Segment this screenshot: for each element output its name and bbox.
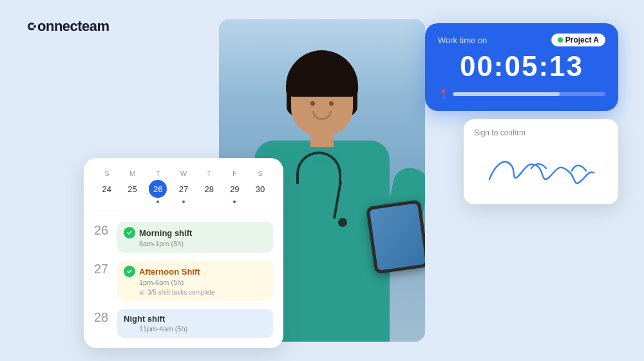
shift-row[interactable]: 28Night shift11pm-4am (5h) <box>84 305 283 342</box>
day-label: S <box>258 170 262 177</box>
logo: onnecteam <box>26 18 109 37</box>
signature-svg <box>474 144 608 195</box>
day-indicator-dot <box>182 200 185 203</box>
day-num[interactable]: 28 <box>200 180 218 198</box>
check-icon <box>124 227 135 239</box>
shift-date-num: 28 <box>94 310 111 325</box>
shift-list: 26Morning shift8am-1pm (5h)27Afternoon S… <box>84 211 283 348</box>
shift-date-num: 26 <box>94 223 111 238</box>
check-icon <box>124 266 135 277</box>
shift-card-header: Morning shift <box>124 227 267 239</box>
day-label: T <box>156 170 160 177</box>
work-time-header: Work time on Project A <box>438 34 605 46</box>
shift-card-header: Night shift <box>124 314 267 324</box>
week-calendar: S24M25T26W27T28F29S30 <box>84 170 283 211</box>
location-row: 📍 <box>438 89 605 99</box>
project-status-dot <box>558 37 563 43</box>
shift-time: 1pm-6pm (5h) <box>139 278 267 286</box>
shift-row[interactable]: 26Morning shift8am-1pm (5h) <box>84 218 283 257</box>
signature-area[interactable] <box>474 144 608 195</box>
work-time-card: Work time on Project A 00:05:13 📍 <box>425 23 618 111</box>
timer-display: 00:05:13 <box>438 50 605 83</box>
day-num[interactable]: 30 <box>251 180 269 198</box>
shift-row[interactable]: 27Afternoon Shift1pm-6pm (5h)◎3/5 shift … <box>84 257 283 305</box>
day-num[interactable]: 29 <box>225 180 243 198</box>
logo-text: onnecteam <box>37 18 109 35</box>
shift-tasks: ◎3/5 shift tasks complete <box>139 289 267 296</box>
shift-name: Night shift <box>124 314 165 324</box>
day-col: T26 <box>149 170 167 203</box>
day-label: F <box>232 170 237 177</box>
project-name: Project A <box>565 35 599 44</box>
task-icon: ◎ <box>139 289 145 296</box>
location-bar-fill <box>453 92 560 96</box>
task-text: 3/5 shift tasks complete <box>147 289 215 296</box>
shift-card[interactable]: Morning shift8am-1pm (5h) <box>117 222 273 253</box>
day-col: S24 <box>98 170 116 203</box>
day-col: M25 <box>124 170 142 203</box>
shift-card[interactable]: Afternoon Shift1pm-6pm (5h)◎3/5 shift ta… <box>117 260 273 301</box>
day-col: S30 <box>251 170 269 203</box>
day-col: F29 <box>225 170 243 203</box>
sign-card-title: Sign to confirm <box>474 128 608 137</box>
project-badge: Project A <box>551 34 605 46</box>
day-col: W27 <box>175 170 193 203</box>
day-num-active[interactable]: 26 <box>149 180 167 198</box>
shift-time: 8am-1pm (5h) <box>139 240 267 248</box>
day-label: M <box>129 170 135 177</box>
schedule-card: S24M25T26W27T28F29S30 26Morning shift8am… <box>84 158 283 348</box>
shift-card-header: Afternoon Shift <box>124 266 267 277</box>
sign-to-confirm-card[interactable]: Sign to confirm <box>464 119 618 204</box>
day-indicator-dot <box>156 200 159 203</box>
day-num[interactable]: 24 <box>98 180 116 198</box>
day-num[interactable]: 25 <box>124 180 142 198</box>
day-col: T28 <box>200 170 218 203</box>
shift-time: 11pm-4am (5h) <box>139 325 267 333</box>
day-label: T <box>207 170 211 177</box>
location-pin-icon: 📍 <box>438 89 449 99</box>
work-time-label: Work time on <box>438 35 487 45</box>
day-label: S <box>104 170 109 177</box>
day-label: W <box>180 170 187 177</box>
shift-card[interactable]: Night shift11pm-4am (5h) <box>117 309 273 338</box>
day-indicator-dot <box>233 200 236 203</box>
location-bar <box>453 92 605 96</box>
shift-name: Afternoon Shift <box>139 267 200 277</box>
day-num[interactable]: 27 <box>175 180 193 198</box>
shift-name: Morning shift <box>139 228 192 238</box>
shift-date-num: 27 <box>94 262 111 277</box>
